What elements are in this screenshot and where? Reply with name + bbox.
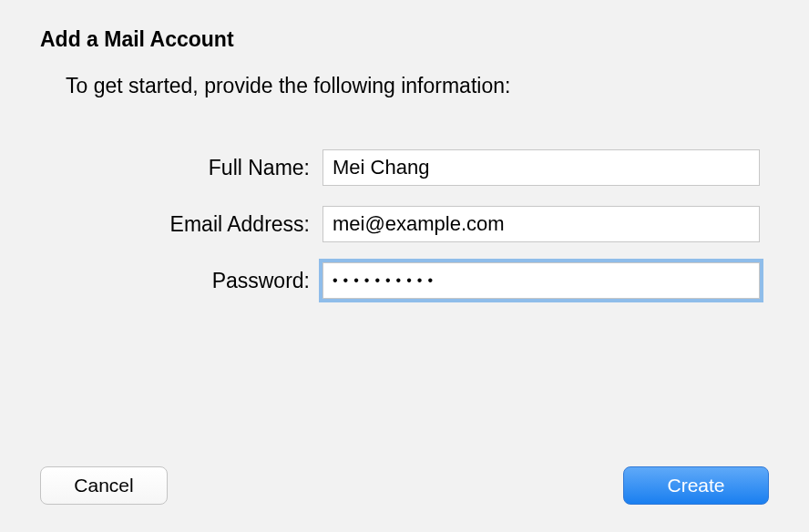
create-button[interactable]: Create	[623, 466, 769, 505]
full-name-input[interactable]	[323, 149, 760, 186]
add-mail-account-dialog: Add a Mail Account To get started, provi…	[0, 0, 809, 532]
dialog-title: Add a Mail Account	[40, 27, 769, 52]
full-name-row: Full Name:	[40, 149, 769, 186]
password-label: Password:	[40, 269, 323, 293]
password-row: Password:	[40, 262, 769, 299]
password-input[interactable]	[323, 262, 760, 299]
email-row: Email Address:	[40, 206, 769, 242]
full-name-label: Full Name:	[40, 156, 323, 180]
cancel-button[interactable]: Cancel	[40, 466, 168, 505]
dialog-subtitle: To get started, provide the following in…	[66, 74, 769, 98]
email-label: Email Address:	[40, 212, 323, 237]
account-form: Full Name: Email Address: Password:	[40, 149, 769, 299]
email-input[interactable]	[323, 206, 760, 242]
button-row: Cancel Create	[40, 466, 769, 505]
